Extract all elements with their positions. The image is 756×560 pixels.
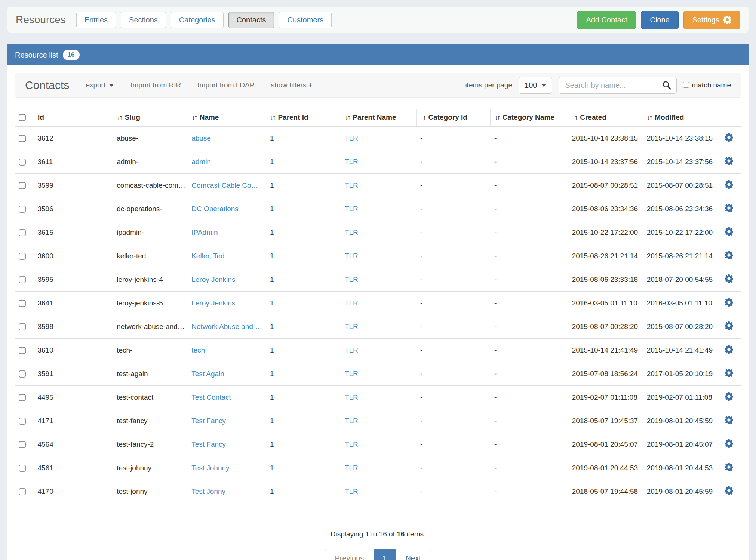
parent-name-link[interactable]: TLR	[345, 252, 358, 260]
row-checkbox[interactable]	[19, 206, 26, 213]
pagination-previous-button[interactable]: Previous	[325, 549, 374, 560]
row-checkbox[interactable]	[19, 182, 26, 189]
parent-name-link[interactable]: TLR	[345, 299, 358, 307]
row-settings-button[interactable]	[725, 274, 733, 283]
cell-name: abuse	[188, 126, 266, 150]
row-checkbox[interactable]	[19, 276, 26, 283]
row-settings-button[interactable]	[725, 251, 733, 259]
select-all-checkbox[interactable]	[19, 114, 26, 121]
name-link[interactable]: Test Fancy	[191, 417, 226, 425]
name-link[interactable]: abuse	[191, 134, 211, 142]
row-settings-button[interactable]	[725, 204, 733, 212]
export-dropdown[interactable]: export	[86, 81, 114, 89]
name-link[interactable]: tech	[191, 346, 205, 354]
row-settings-button[interactable]	[725, 133, 733, 142]
row-checkbox[interactable]	[19, 418, 26, 425]
row-checkbox[interactable]	[19, 323, 26, 330]
pagination-page-1-button[interactable]: 1	[374, 549, 396, 560]
name-link[interactable]: admin	[191, 158, 211, 166]
row-settings-button[interactable]	[725, 321, 733, 330]
column-header-name[interactable]: ↓↑Name	[188, 109, 266, 126]
row-checkbox[interactable]	[19, 253, 26, 260]
row-select-cell	[15, 221, 34, 244]
name-link[interactable]: IPAdmin	[191, 228, 218, 236]
parent-name-link[interactable]: TLR	[345, 228, 358, 236]
parent-name-link[interactable]: TLR	[345, 158, 358, 166]
name-link[interactable]: Keller, Ted	[191, 252, 224, 260]
column-header-category-name[interactable]: ↓↑Category Name	[491, 109, 568, 126]
import-from-ldap-link[interactable]: Import from LDAP	[197, 81, 254, 89]
column-header-created[interactable]: ↓↑Created	[568, 109, 643, 126]
parent-name-link[interactable]: TLR	[345, 276, 358, 283]
parent-name-link[interactable]: TLR	[345, 393, 358, 401]
parent-name-link[interactable]: TLR	[345, 134, 358, 142]
row-settings-button[interactable]	[725, 180, 733, 189]
row-checkbox[interactable]	[19, 441, 26, 448]
parent-name-link[interactable]: TLR	[345, 181, 358, 189]
parent-name-link[interactable]: TLR	[345, 417, 358, 425]
tab-entries[interactable]: Entries	[76, 12, 116, 28]
row-checkbox[interactable]	[19, 488, 26, 495]
name-link[interactable]: Leroy Jenkins	[191, 276, 235, 283]
tab-sections[interactable]: Sections	[121, 12, 166, 28]
name-link[interactable]: Leroy Jenkins	[191, 299, 235, 307]
import-from-rir-link[interactable]: Import from RIR	[130, 81, 181, 89]
row-checkbox[interactable]	[19, 300, 26, 307]
name-link[interactable]: Test Contact	[191, 393, 231, 401]
clone-button[interactable]: Clone	[641, 11, 678, 29]
add-contact-button[interactable]: Add Contact	[577, 11, 636, 29]
column-header-slug[interactable]: ↓↑Slug	[113, 109, 188, 126]
parent-name-link[interactable]: TLR	[345, 323, 358, 330]
row-settings-button[interactable]	[725, 227, 733, 236]
row-settings-button[interactable]	[725, 463, 733, 471]
tab-categories[interactable]: Categories	[171, 12, 224, 28]
row-settings-button[interactable]	[725, 157, 733, 165]
show-filters-link[interactable]: show filters +	[271, 81, 312, 89]
name-link[interactable]: Test Jonny	[191, 487, 225, 495]
row-settings-button[interactable]	[725, 369, 733, 377]
search-input[interactable]	[559, 77, 657, 94]
cell-modified: 2018-07-20 00:54:55	[643, 268, 717, 292]
name-link[interactable]: Comcast Cable Co…	[191, 181, 258, 189]
name-link[interactable]: Network Abuse and …	[191, 323, 262, 330]
row-checkbox[interactable]	[19, 465, 26, 472]
row-checkbox[interactable]	[19, 159, 26, 166]
cell-name: DC Operations	[188, 197, 266, 221]
items-per-page-select[interactable]: 100	[519, 77, 552, 94]
parent-name-link[interactable]: TLR	[345, 487, 358, 495]
row-checkbox[interactable]	[19, 229, 26, 236]
row-checkbox[interactable]	[19, 394, 26, 401]
name-link[interactable]: Test Johnny	[191, 464, 229, 472]
pagination-next-button[interactable]: Next	[395, 549, 431, 560]
column-header-parent-name[interactable]: ↓↑Parent Name	[341, 109, 417, 126]
parent-name-link[interactable]: TLR	[345, 440, 358, 448]
row-settings-button[interactable]	[725, 298, 733, 307]
match-name-checkbox[interactable]	[683, 82, 689, 88]
name-link[interactable]: Test Again	[191, 370, 224, 378]
column-header-category-id[interactable]: ↓↑Category Id	[417, 109, 491, 126]
name-link[interactable]: Test Fancy	[191, 440, 226, 448]
row-checkbox[interactable]	[19, 135, 26, 142]
gear-icon	[725, 345, 733, 354]
parent-name-link[interactable]: TLR	[345, 464, 358, 472]
row-settings-button[interactable]	[725, 345, 733, 354]
row-checkbox[interactable]	[19, 370, 26, 378]
row-settings-button[interactable]	[725, 392, 733, 401]
gear-icon	[723, 16, 731, 24]
parent-name-link[interactable]: TLR	[345, 205, 358, 213]
row-settings-button[interactable]	[725, 439, 733, 448]
tab-customers[interactable]: Customers	[279, 12, 332, 28]
row-checkbox[interactable]	[19, 347, 26, 354]
tab-contacts[interactable]: Contacts	[228, 12, 274, 28]
parent-name-link[interactable]: TLR	[345, 370, 358, 378]
row-settings-button[interactable]	[725, 416, 733, 424]
parent-name-link[interactable]: TLR	[345, 346, 358, 354]
settings-button[interactable]: Settings	[683, 11, 740, 29]
row-settings-button[interactable]	[725, 486, 733, 495]
cell-name: Test Fancy	[188, 409, 266, 433]
name-link[interactable]: DC Operations	[191, 205, 239, 213]
column-header-modified[interactable]: ↓↑Modified	[643, 109, 717, 126]
column-header-parent-id[interactable]: ↓↑Parent Id	[266, 109, 341, 126]
search-button[interactable]	[657, 77, 677, 94]
column-header-actions	[717, 109, 741, 126]
